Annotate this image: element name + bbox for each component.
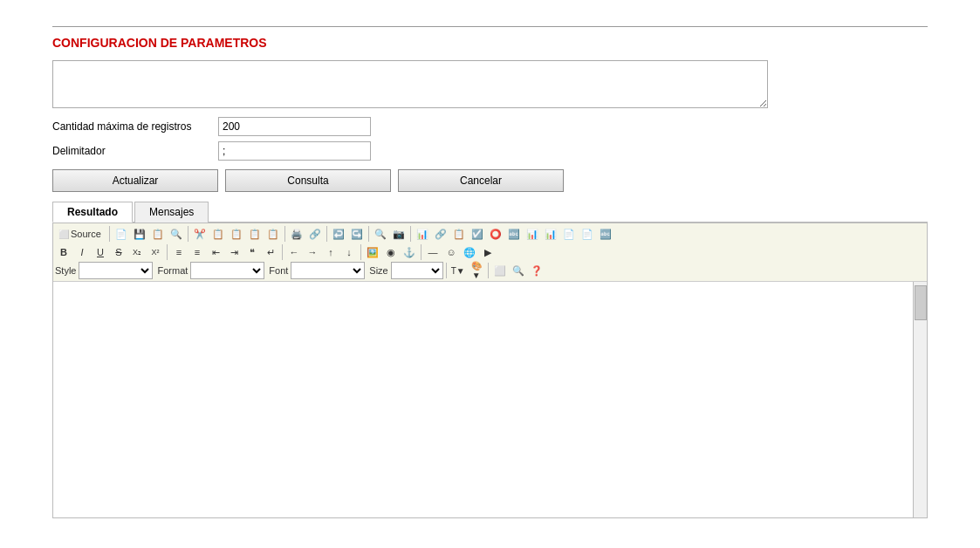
pagebreak-button[interactable]: ▶ [479, 243, 497, 261]
sep-10 [421, 244, 421, 260]
cancelar-button[interactable]: Cancelar [398, 169, 564, 192]
style-label: Style [55, 265, 76, 276]
save-button[interactable]: 💾 [131, 225, 148, 243]
paste-text-button[interactable]: 📋 [246, 225, 264, 243]
main-area: Cantidad máxima de registros Delimitador… [52, 60, 928, 518]
creatediv-button[interactable]: ↵ [262, 243, 279, 261]
unordered-list-button[interactable]: ≡ [188, 243, 206, 261]
size-label: Size [369, 265, 387, 276]
sep-5 [368, 226, 369, 242]
toolbar-row-2: B I U S X₂ X² ≡ ≡ ⇤ ⇥ ❝ ↵ ← [55, 243, 925, 261]
toolbar-row-3: Style Format Font Size [55, 262, 925, 279]
tab-resultado[interactable]: Resultado [52, 202, 133, 223]
sep-2 [188, 226, 188, 242]
outdent-button[interactable]: ⇤ [207, 243, 224, 261]
sep-9 [360, 244, 361, 260]
editor-toolbar: ⬜ Source 📄 💾 📋 🔍 ✂️ 📋 📋 📋 📋 [53, 223, 927, 282]
help-button[interactable]: ❓ [528, 262, 545, 279]
source-button[interactable]: ⬜ Source [55, 225, 106, 243]
superscript-button[interactable]: X² [147, 243, 164, 261]
btn-button[interactable]: 📊 [542, 225, 559, 243]
vertical-scrollbar[interactable] [913, 282, 927, 517]
undo-button[interactable]: ↩️ [330, 225, 347, 243]
max-records-input[interactable] [218, 117, 371, 136]
align-right-button[interactable]: ↑ [322, 243, 339, 261]
hline-button[interactable]: — [424, 243, 442, 261]
tab-mensajes[interactable]: Mensajes [134, 202, 209, 223]
cut-button[interactable]: ✂️ [191, 225, 209, 243]
hiddenfield-button[interactable]: 📄 [579, 225, 596, 243]
redo-button[interactable]: ↪️ [348, 225, 366, 243]
format-label: Format [157, 265, 188, 276]
spellcheck-button[interactable]: 🔗 [306, 225, 324, 243]
button-row: Actualizar Consulta Cancelar [52, 169, 928, 192]
preview-button[interactable]: 🔍 [168, 225, 185, 243]
maximize-button[interactable]: ⬜ [491, 262, 509, 279]
copy-button[interactable]: 📋 [209, 225, 227, 243]
consulta-button[interactable]: Consulta [225, 169, 391, 192]
description-textarea[interactable] [52, 60, 768, 108]
textfield-button[interactable]: 🔤 [505, 225, 523, 243]
checkbox-button[interactable]: ☑️ [469, 225, 486, 243]
editor-wrapper: ⬜ Source 📄 💾 📋 🔍 ✂️ 📋 📋 📋 📋 [52, 223, 928, 518]
select-button[interactable]: 📊 [524, 225, 541, 243]
scroll-thumb[interactable] [915, 285, 927, 320]
sep-11 [446, 263, 447, 278]
sep-1 [109, 226, 110, 242]
subscript-button[interactable]: X₂ [128, 243, 146, 261]
italic-button[interactable]: I [73, 243, 91, 261]
sep-7 [167, 244, 168, 260]
delimiter-input[interactable] [218, 141, 371, 161]
replace-button[interactable]: 📷 [390, 225, 408, 243]
actualizar-button[interactable]: Actualizar [52, 169, 218, 192]
align-justify-button[interactable]: ↓ [340, 243, 358, 261]
table-button[interactable]: 📊 [414, 225, 431, 243]
source-label: Source [69, 229, 103, 239]
tabs-header: Resultado Mensajes [52, 201, 928, 223]
format-select[interactable] [190, 262, 264, 279]
tab-content-resultado: ⬜ Source 📄 💾 📋 🔍 ✂️ 📋 📋 📋 📋 [52, 223, 928, 518]
smiley-button[interactable]: ☺ [442, 243, 460, 261]
delimiter-row: Delimitador [52, 141, 928, 161]
flash-button[interactable]: ◉ [382, 243, 400, 261]
radio-button-tb[interactable]: ⭕ [487, 225, 504, 243]
templates-button[interactable]: 📋 [149, 225, 167, 243]
blockquote-button[interactable]: ❝ [243, 243, 261, 261]
link-button[interactable]: 🔗 [432, 225, 449, 243]
textarea-tb-button[interactable]: 🔤 [597, 225, 614, 243]
size-select[interactable] [391, 262, 443, 279]
paste-button[interactable]: 📋 [228, 225, 245, 243]
sep-3 [284, 226, 285, 242]
find-button[interactable]: 🔍 [372, 225, 389, 243]
max-records-label: Cantidad máxima de registros [52, 120, 218, 133]
top-divider [52, 26, 928, 27]
specialchar-button[interactable]: 🌐 [461, 243, 478, 261]
image-button[interactable]: 🖼️ [364, 243, 381, 261]
strike-button[interactable]: S [110, 243, 127, 261]
zoom-button[interactable]: 🔍 [510, 262, 527, 279]
font-label: Font [269, 265, 288, 276]
paste-word-button[interactable]: 📋 [264, 225, 282, 243]
max-records-row: Cantidad máxima de registros [52, 117, 928, 136]
imgbtn-button[interactable]: 📄 [560, 225, 578, 243]
sep-6 [410, 226, 411, 242]
ordered-list-button[interactable]: ≡ [170, 243, 188, 261]
fgcolor-button[interactable]: T▼ [449, 262, 467, 279]
align-center-button[interactable]: → [304, 243, 321, 261]
underline-button[interactable]: U [92, 243, 109, 261]
sep-12 [488, 263, 489, 278]
toolbar-row-1: ⬜ Source 📄 💾 📋 🔍 ✂️ 📋 📋 📋 📋 [55, 225, 925, 243]
anchor-button[interactable]: ⚓ [401, 243, 418, 261]
style-select[interactable] [79, 262, 153, 279]
bgcolor-button[interactable]: 🎨▼ [468, 262, 485, 279]
newdoc-button[interactable]: 📄 [113, 225, 130, 243]
bold-button[interactable]: B [55, 243, 72, 261]
align-left-button[interactable]: ← [285, 243, 303, 261]
font-select[interactable] [291, 262, 365, 279]
indent-button[interactable]: ⇥ [225, 243, 243, 261]
unlink-button[interactable]: 📋 [450, 225, 468, 243]
delimiter-label: Delimitador [52, 145, 218, 157]
print-button[interactable]: 🖨️ [288, 225, 305, 243]
sep-4 [326, 226, 327, 242]
editor-body[interactable] [53, 282, 913, 517]
